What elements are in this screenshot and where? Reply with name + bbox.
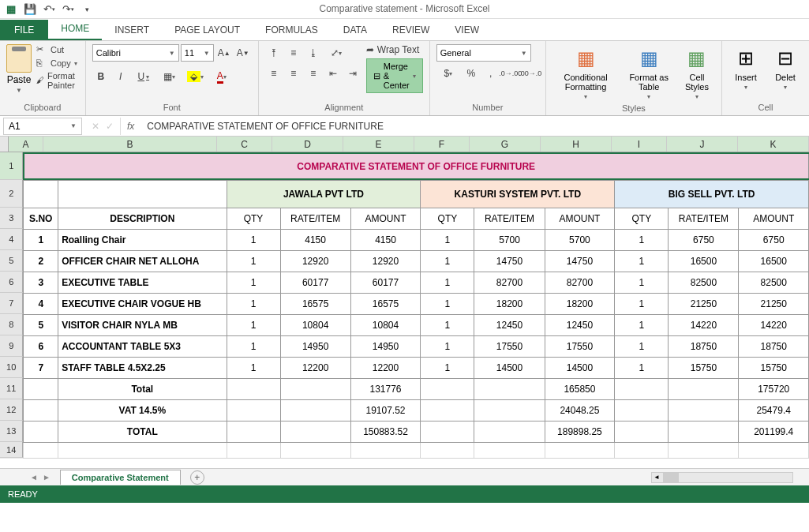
cell[interactable]: Roalling Chair bbox=[58, 230, 227, 251]
bold-button[interactable]: B bbox=[92, 68, 110, 85]
font-color-button[interactable]: A▾ bbox=[210, 68, 234, 85]
cell[interactable] bbox=[58, 443, 227, 459]
cell[interactable]: 16500 bbox=[669, 251, 739, 272]
cell[interactable] bbox=[227, 421, 280, 443]
cell[interactable]: OFFICER CHAIR NET ALLOHA bbox=[58, 251, 227, 272]
cell[interactable]: 16500 bbox=[739, 251, 809, 272]
cell[interactable] bbox=[421, 379, 474, 400]
sheet-tab[interactable]: Comparative Statement bbox=[60, 470, 181, 485]
cell[interactable]: QTY bbox=[615, 208, 669, 230]
font-name-combo[interactable]: Calibri▼ bbox=[92, 44, 179, 62]
cell[interactable]: 1 bbox=[421, 230, 474, 251]
cell[interactable]: 14220 bbox=[669, 315, 739, 336]
cell[interactable]: AMOUNT bbox=[545, 208, 615, 230]
cell[interactable] bbox=[615, 379, 669, 400]
cell[interactable] bbox=[474, 443, 545, 459]
cell[interactable]: 1 bbox=[421, 315, 474, 336]
cell[interactable] bbox=[545, 443, 615, 459]
row-header[interactable]: 2 bbox=[0, 180, 23, 208]
merge-center-button[interactable]: ⊟Merge & Center▾ bbox=[366, 58, 423, 93]
decrease-font-button[interactable]: A▼ bbox=[234, 44, 252, 62]
underline-button[interactable]: U▾ bbox=[132, 68, 155, 85]
cell[interactable]: 12920 bbox=[350, 251, 421, 272]
cell[interactable]: QTY bbox=[421, 208, 474, 230]
row-header[interactable]: 13 bbox=[0, 421, 23, 442]
cell[interactable]: 82500 bbox=[739, 272, 809, 294]
column-header[interactable]: F bbox=[414, 137, 470, 152]
cell[interactable] bbox=[669, 421, 739, 443]
cell[interactable]: VAT 14.5% bbox=[58, 400, 227, 421]
cell[interactable] bbox=[227, 379, 280, 400]
cell[interactable]: 6 bbox=[24, 336, 58, 358]
scroll-left-icon[interactable]: ◄ bbox=[652, 474, 661, 481]
column-header[interactable]: I bbox=[612, 137, 667, 152]
decrease-indent-button[interactable]: ⇤ bbox=[324, 65, 342, 82]
column-header[interactable]: B bbox=[43, 137, 217, 152]
fx-icon[interactable]: fx bbox=[121, 121, 140, 132]
tab-home[interactable]: HOME bbox=[48, 18, 102, 40]
cell[interactable]: 82700 bbox=[474, 272, 545, 294]
title-cell[interactable]: COMPARATIVE STATEMENT OF OFFICE FURNITUR… bbox=[24, 153, 809, 181]
cell[interactable]: 189898.25 bbox=[545, 421, 615, 443]
cell[interactable]: 1 bbox=[615, 294, 669, 315]
cell[interactable]: 15750 bbox=[669, 358, 739, 379]
row-header[interactable]: 7 bbox=[0, 293, 23, 314]
cell[interactable] bbox=[280, 421, 350, 443]
cell[interactable] bbox=[24, 421, 58, 443]
comma-format-button[interactable]: , bbox=[482, 65, 500, 82]
cell[interactable] bbox=[739, 443, 809, 459]
cell[interactable]: 12200 bbox=[350, 358, 421, 379]
align-bottom-button[interactable]: ⭳ bbox=[305, 44, 322, 62]
cell[interactable]: 21250 bbox=[739, 294, 809, 315]
redo-icon[interactable]: ↷▾ bbox=[62, 3, 74, 16]
cell[interactable] bbox=[474, 379, 545, 400]
column-header[interactable]: G bbox=[470, 137, 541, 152]
cell[interactable]: QTY bbox=[227, 208, 280, 230]
row-header[interactable]: 12 bbox=[0, 399, 23, 421]
enter-formula-icon[interactable]: ✓ bbox=[106, 121, 114, 132]
cell[interactable]: 82700 bbox=[545, 272, 615, 294]
cell[interactable]: 1 bbox=[421, 358, 474, 379]
cell[interactable] bbox=[24, 443, 58, 459]
tab-data[interactable]: DATA bbox=[331, 20, 380, 40]
cell[interactable] bbox=[615, 443, 669, 459]
cell[interactable]: 14950 bbox=[280, 336, 350, 358]
italic-button[interactable]: I bbox=[112, 68, 129, 85]
tab-review[interactable]: REVIEW bbox=[380, 20, 442, 40]
cell[interactable]: EXECUTIVE TABLE bbox=[58, 272, 227, 294]
row-header[interactable]: 1 bbox=[0, 152, 23, 180]
number-format-combo[interactable]: General▼ bbox=[436, 44, 531, 62]
cell[interactable]: 12450 bbox=[545, 315, 615, 336]
cell[interactable]: 131776 bbox=[350, 379, 421, 400]
cell[interactable]: 14500 bbox=[474, 358, 545, 379]
vendor-header[interactable]: JAWALA PVT LTD bbox=[227, 181, 421, 208]
cell[interactable]: ACCOUNTANT TABLE 5X3 bbox=[58, 336, 227, 358]
align-middle-button[interactable]: ≡ bbox=[285, 44, 302, 62]
cell[interactable]: 1 bbox=[227, 230, 280, 251]
cell[interactable]: AMOUNT bbox=[739, 208, 809, 230]
cell[interactable]: S.NO bbox=[24, 208, 58, 230]
accounting-format-button[interactable]: $▾ bbox=[436, 65, 460, 82]
cell[interactable]: 175720 bbox=[739, 379, 809, 400]
save-icon[interactable]: 💾 bbox=[24, 3, 36, 16]
cell[interactable] bbox=[24, 379, 58, 400]
cell[interactable]: 165850 bbox=[545, 379, 615, 400]
cell[interactable] bbox=[227, 443, 280, 459]
cell[interactable]: 2 bbox=[24, 251, 58, 272]
cell[interactable]: 24048.25 bbox=[545, 400, 615, 421]
cell[interactable]: 4 bbox=[24, 294, 58, 315]
cell[interactable]: 1 bbox=[615, 315, 669, 336]
cell[interactable]: 5700 bbox=[545, 230, 615, 251]
cancel-formula-icon[interactable]: ✕ bbox=[92, 121, 99, 132]
insert-cells-button[interactable]: ⊞ Insert▾ bbox=[728, 44, 763, 92]
cell[interactable] bbox=[615, 421, 669, 443]
format-as-table-button[interactable]: ▦ Format as Table▾ bbox=[624, 44, 674, 102]
cell[interactable]: RATE/ITEM bbox=[280, 208, 350, 230]
row-header[interactable]: 10 bbox=[0, 357, 23, 378]
cell[interactable]: 4150 bbox=[350, 230, 421, 251]
cell[interactable]: 25479.4 bbox=[739, 400, 809, 421]
cell[interactable] bbox=[669, 379, 739, 400]
format-painter-button[interactable]: Format Painter bbox=[36, 71, 79, 90]
cell[interactable]: 60177 bbox=[350, 272, 421, 294]
row-header[interactable]: 14 bbox=[0, 442, 23, 458]
